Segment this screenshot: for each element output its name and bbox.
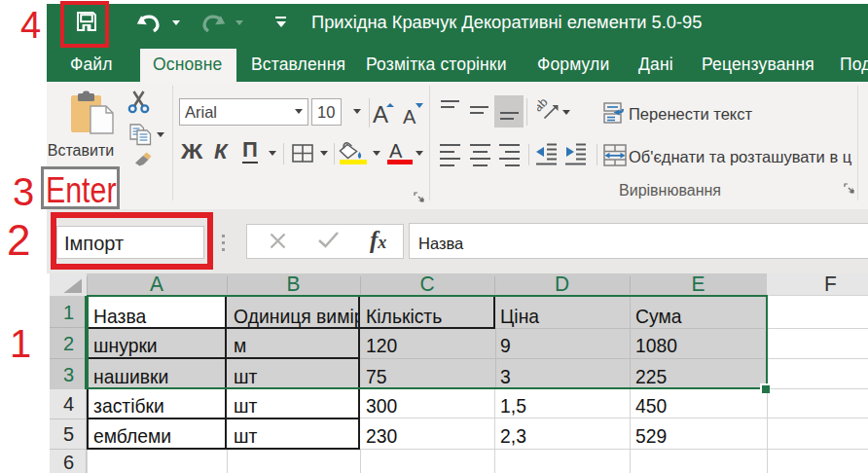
svg-text:ab: ab [537, 99, 550, 115]
